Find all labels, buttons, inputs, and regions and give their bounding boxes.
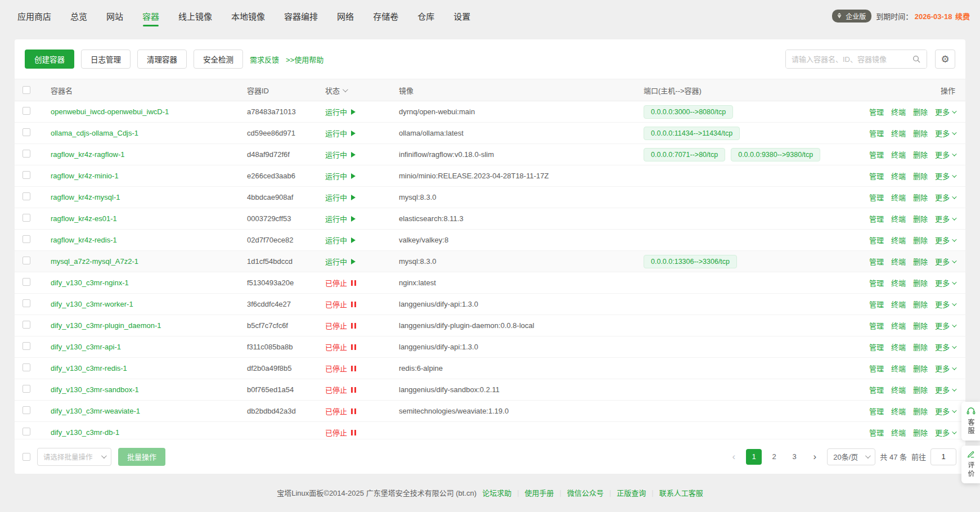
nav-item-6[interactable]: 容器编排 [275, 0, 327, 32]
row-action-terminal[interactable]: 终端 [891, 256, 906, 267]
row-action-manage[interactable]: 管理 [869, 363, 884, 374]
row-checkbox[interactable] [23, 278, 30, 286]
container-name-link[interactable]: dify_v130_c3mr-api-1 [51, 343, 121, 351]
row-action-more[interactable]: 更多 [935, 128, 955, 138]
nav-item-9[interactable]: 仓库 [408, 0, 444, 32]
row-action-delete[interactable]: 删除 [913, 342, 928, 352]
row-action-delete[interactable]: 删除 [913, 192, 928, 203]
container-name-link[interactable]: ollama_cdjs-ollama_Cdjs-1 [51, 129, 138, 137]
settings-button[interactable]: ⚙ [935, 50, 955, 69]
container-name-link[interactable]: mysql_a7z2-mysql_A7z2-1 [51, 257, 138, 266]
page-number-2[interactable]: 2 [766, 449, 782, 465]
row-checkbox[interactable] [23, 171, 30, 179]
footer-link-3[interactable]: 正版查询 [617, 487, 646, 498]
row-action-terminal[interactable]: 终端 [891, 384, 906, 395]
row-checkbox[interactable] [23, 299, 30, 307]
row-action-terminal[interactable]: 终端 [891, 213, 906, 224]
batch-operation-button[interactable]: 批量操作 [118, 448, 165, 466]
feedback-link[interactable]: 需求反馈 [250, 54, 279, 65]
security-check-button[interactable]: 安全检测 [194, 50, 243, 69]
nav-item-1[interactable]: 总览 [61, 0, 97, 32]
select-all-checkbox[interactable] [23, 86, 30, 94]
row-action-more[interactable]: 更多 [935, 406, 955, 416]
container-name-link[interactable]: dify_v130_c3mr-db-1 [51, 428, 119, 437]
page-size-select[interactable]: 20条/页 [827, 448, 875, 465]
row-action-manage[interactable]: 管理 [869, 235, 884, 245]
row-checkbox[interactable] [23, 321, 30, 329]
row-action-more[interactable]: 更多 [935, 277, 955, 288]
row-action-terminal[interactable]: 终端 [891, 170, 906, 181]
row-checkbox[interactable] [23, 363, 30, 371]
row-action-terminal[interactable]: 终端 [891, 235, 906, 245]
container-name-link[interactable]: dify_v130_c3mr-plugin_daemon-1 [51, 321, 161, 330]
row-action-delete[interactable]: 删除 [913, 106, 928, 117]
row-checkbox[interactable] [23, 385, 30, 393]
row-action-delete[interactable]: 删除 [913, 213, 928, 224]
row-action-delete[interactable]: 删除 [913, 277, 928, 288]
row-checkbox[interactable] [23, 342, 30, 350]
row-action-more[interactable]: 更多 [935, 170, 955, 181]
container-name-link[interactable]: dify_v130_c3mr-nginx-1 [51, 279, 129, 287]
row-action-terminal[interactable]: 终端 [891, 406, 906, 416]
container-name-link[interactable]: ragflow_kr4z-minio-1 [51, 172, 119, 180]
status-filter[interactable]: 状态 [325, 85, 399, 96]
container-name-link[interactable]: ragflow_kr4z-ragflow-1 [51, 150, 125, 159]
row-action-manage[interactable]: 管理 [869, 128, 884, 138]
nav-item-4[interactable]: 线上镜像 [169, 0, 222, 32]
log-management-button[interactable]: 日志管理 [81, 50, 131, 69]
container-name-link[interactable]: dify_v130_c3mr-redis-1 [51, 364, 127, 372]
row-action-delete[interactable]: 删除 [913, 128, 928, 138]
row-action-delete[interactable]: 删除 [913, 363, 928, 374]
row-action-delete[interactable]: 删除 [913, 427, 928, 438]
customer-service-widget[interactable]: 客服 [961, 402, 980, 441]
row-action-delete[interactable]: 删除 [913, 170, 928, 181]
row-action-more[interactable]: 更多 [935, 213, 955, 224]
goto-page-input[interactable] [930, 448, 956, 465]
row-action-manage[interactable]: 管理 [869, 149, 884, 160]
row-checkbox[interactable] [23, 428, 30, 435]
row-action-manage[interactable]: 管理 [869, 256, 884, 267]
row-action-manage[interactable]: 管理 [869, 170, 884, 181]
row-action-manage[interactable]: 管理 [869, 406, 884, 416]
search-input[interactable] [786, 50, 906, 68]
row-action-manage[interactable]: 管理 [869, 384, 884, 395]
row-action-terminal[interactable]: 终端 [891, 320, 906, 331]
row-action-delete[interactable]: 删除 [913, 299, 928, 309]
row-action-terminal[interactable]: 终端 [891, 427, 906, 438]
row-action-terminal[interactable]: 终端 [891, 363, 906, 374]
nav-item-2[interactable]: 网站 [97, 0, 133, 32]
row-action-terminal[interactable]: 终端 [891, 149, 906, 160]
row-action-delete[interactable]: 删除 [913, 320, 928, 331]
row-checkbox[interactable] [23, 192, 30, 200]
row-action-terminal[interactable]: 终端 [891, 299, 906, 309]
prev-page-arrow[interactable]: ‹ [726, 449, 741, 465]
row-action-manage[interactable]: 管理 [869, 213, 884, 224]
row-action-manage[interactable]: 管理 [869, 427, 884, 438]
clean-containers-button[interactable]: 清理容器 [137, 50, 187, 69]
row-action-more[interactable]: 更多 [935, 299, 955, 309]
batch-select-all-checkbox[interactable] [23, 453, 30, 461]
row-action-manage[interactable]: 管理 [869, 320, 884, 331]
row-action-delete[interactable]: 删除 [913, 384, 928, 395]
row-action-manage[interactable]: 管理 [869, 277, 884, 288]
footer-link-2[interactable]: 微信公众号 [567, 487, 604, 498]
row-action-more[interactable]: 更多 [935, 320, 955, 331]
row-action-terminal[interactable]: 终端 [891, 342, 906, 352]
row-checkbox[interactable] [23, 406, 30, 414]
row-action-more[interactable]: 更多 [935, 427, 955, 438]
help-link[interactable]: >>使用帮助 [286, 54, 323, 65]
row-checkbox[interactable] [23, 128, 30, 136]
row-checkbox[interactable] [23, 257, 30, 264]
nav-item-10[interactable]: 设置 [444, 0, 480, 32]
row-action-more[interactable]: 更多 [935, 235, 955, 245]
nav-item-3[interactable]: 容器 [133, 0, 169, 32]
batch-operation-select[interactable]: 请选择批量操作 [37, 448, 111, 466]
container-name-link[interactable]: ragflow_kr4z-es01-1 [51, 214, 117, 223]
footer-link-1[interactable]: 使用手册 [525, 487, 554, 498]
nav-item-8[interactable]: 存储卷 [363, 0, 408, 32]
nav-item-0[interactable]: 应用商店 [8, 0, 61, 32]
create-container-button[interactable]: 创建容器 [25, 50, 74, 69]
row-action-more[interactable]: 更多 [935, 384, 955, 395]
row-action-more[interactable]: 更多 [935, 342, 955, 352]
next-page-arrow[interactable]: › [807, 449, 822, 465]
